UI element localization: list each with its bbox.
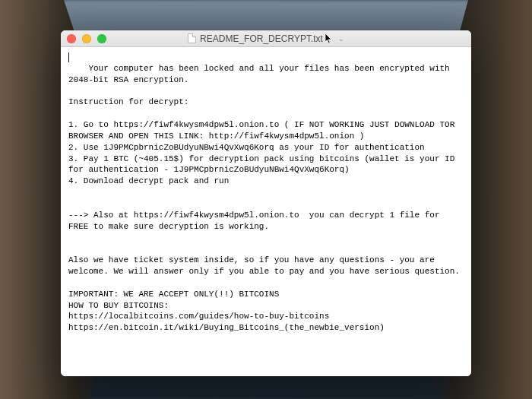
document-content[interactable]: Your computer has been locked and all yo… xyxy=(61,47,471,376)
mouse-cursor-icon xyxy=(325,33,333,44)
window-title: README_FOR_DECRYPT.txt xyxy=(200,33,323,44)
close-button[interactable] xyxy=(67,34,76,43)
minimize-button[interactable] xyxy=(82,34,91,43)
title-dropdown-icon[interactable]: ⌄ xyxy=(338,35,344,43)
text-caret xyxy=(68,52,69,62)
title-area[interactable]: README_FOR_DECRYPT.txt ⌄ xyxy=(61,33,471,44)
window-controls xyxy=(61,34,106,43)
document-icon xyxy=(188,33,196,43)
document-text: Your computer has been locked and all yo… xyxy=(68,64,460,332)
text-editor-window: README_FOR_DECRYPT.txt ⌄ Your computer h… xyxy=(61,30,471,376)
window-titlebar[interactable]: README_FOR_DECRYPT.txt ⌄ xyxy=(61,30,471,47)
zoom-button[interactable] xyxy=(97,34,106,43)
